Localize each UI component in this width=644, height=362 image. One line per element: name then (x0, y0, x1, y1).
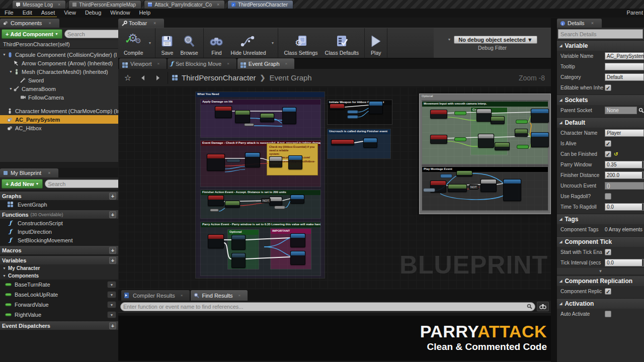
toolbar-button-play[interactable]: Play (367, 28, 385, 58)
toolbar-button-hide-unrelated[interactable]: Hide Unrelated (227, 28, 269, 58)
menu-item-file[interactable]: File (0, 9, 18, 17)
chevron-down-icon[interactable]: ▼ (447, 38, 451, 41)
graph-node[interactable] (495, 142, 510, 150)
tab-components[interactable]: Components × (0, 19, 59, 28)
menu-item-asset[interactable]: Asset (37, 9, 60, 17)
add-new-button[interactable]: + Add New ▼ (2, 179, 43, 189)
graph-node[interactable] (290, 195, 304, 204)
graph-pill-node[interactable] (347, 110, 358, 114)
graph-node[interactable] (245, 152, 260, 167)
details-section-tags[interactable]: ◢Tags (557, 214, 644, 224)
toolbar-button-save[interactable]: Save (157, 28, 177, 58)
property-checkbox[interactable] (605, 193, 611, 200)
debug-object-dropdown[interactable]: No debug object selected ▼ (454, 36, 537, 44)
search-icon[interactable] (638, 108, 644, 113)
graph-pill-node[interactable] (347, 115, 358, 119)
property-dropdown[interactable]: Default (605, 73, 644, 81)
variable-row-rightvalue[interactable]: RightValue▼ (0, 310, 118, 320)
details-section-sockets[interactable]: ◢Sockets (557, 95, 644, 105)
graph-node[interactable] (369, 101, 383, 114)
graph-node[interactable] (208, 234, 224, 248)
graph-node[interactable] (478, 134, 494, 148)
favorite-star-icon[interactable]: ☆ (122, 72, 133, 84)
property-input[interactable]: 0.35 (605, 161, 644, 168)
close-icon[interactable]: × (285, 61, 288, 66)
property-input[interactable]: None (605, 107, 637, 114)
bottom-tab-compiler-results[interactable]: Compiler Results× (121, 290, 190, 301)
graph-node[interactable] (503, 179, 521, 201)
graph-pill-node[interactable] (454, 111, 466, 115)
graph-pill-node[interactable] (244, 123, 254, 126)
property-checkbox[interactable]: ✓ (605, 288, 611, 295)
tree-item-arrow-component-arrow-inheri[interactable]: Arrow Component (Arrow) (Inherited) (0, 59, 118, 67)
close-icon[interactable]: × (48, 21, 51, 26)
graph-node[interactable] (480, 179, 497, 192)
nav-back-icon[interactable] (137, 72, 148, 84)
chevron-down-icon[interactable]: ▼ (147, 41, 153, 45)
close-icon[interactable]: × (217, 2, 219, 7)
graph-node[interactable] (260, 113, 274, 122)
find-references-search[interactable] (120, 302, 535, 311)
graph-node[interactable] (282, 107, 296, 124)
graph-node[interactable] (235, 110, 250, 123)
property-checkbox[interactable]: ✓ (605, 140, 611, 147)
graph-pill-node[interactable] (516, 120, 528, 124)
details-section-component-tick[interactable]: ◢Component Tick (557, 236, 644, 247)
property-input[interactable]: () (605, 182, 644, 190)
titlebar-tab[interactable]: fThirdPersonCharacter (227, 0, 293, 9)
add-button[interactable]: + (109, 322, 116, 329)
titlebar-tab[interactable]: Message Log× (12, 0, 66, 9)
property-input[interactable] (605, 63, 644, 70)
graph-node[interactable] (225, 201, 240, 208)
add-button[interactable]: + (109, 193, 116, 200)
section-header-macros[interactable]: Macros+ (0, 245, 118, 254)
tree-item-ac-hitbox[interactable]: AC_Hitbox (0, 124, 118, 132)
graph-node[interactable] (331, 139, 354, 145)
toolbar-button-compile[interactable]: ⚙⚙✓Compile (120, 28, 147, 58)
doc-tab-event-graph[interactable]: Event Graph× (237, 58, 294, 69)
property-checkbox[interactable]: ✓ (605, 151, 611, 157)
close-icon[interactable]: × (153, 21, 156, 26)
graph-node[interactable] (448, 184, 467, 192)
property-input[interactable]: 0.0 (605, 203, 644, 211)
nav-forward-icon[interactable] (152, 72, 164, 84)
section-header-event-dispatchers[interactable]: Event Dispatchers+ (0, 321, 118, 330)
chevron-down-icon[interactable]: ▼ (107, 281, 116, 288)
section-header-variables[interactable]: Variables+ (0, 255, 118, 264)
doc-tab-viewport[interactable]: Viewport× (119, 58, 167, 69)
menu-item-view[interactable]: View (59, 9, 80, 17)
tab-toolbar[interactable]: Toolbar × (118, 19, 164, 28)
menu-item-debug[interactable]: Debug (80, 9, 106, 17)
expand-arrow-icon[interactable]: ▼ (9, 70, 13, 73)
graph-pill-node[interactable] (423, 188, 435, 192)
bottom-tab-find-results[interactable]: Find Results× (191, 290, 248, 301)
menu-item-help[interactable]: Help (134, 9, 155, 17)
add-button[interactable]: + (109, 247, 116, 254)
close-icon[interactable]: × (227, 61, 229, 66)
graph-node[interactable] (215, 106, 232, 118)
chevron-down-icon[interactable]: ▼ (270, 41, 276, 45)
chevron-down-icon[interactable]: ▼ (107, 311, 116, 318)
property-input[interactable]: AC_ParrySystem (605, 52, 644, 60)
expand-arrow-icon[interactable]: ▼ (9, 87, 13, 90)
find-in-blueprints-button[interactable] (537, 302, 549, 311)
close-icon[interactable]: × (157, 61, 160, 66)
property-checkbox[interactable] (605, 311, 611, 317)
toolbar-button-class-defaults[interactable]: Class Defaults (321, 28, 363, 58)
close-icon[interactable]: × (58, 2, 60, 7)
myblueprint-search-input[interactable] (48, 181, 119, 187)
graph-node[interactable] (330, 104, 345, 110)
graph-node[interactable] (363, 138, 377, 148)
graph-node[interactable] (231, 235, 246, 250)
graph-node[interactable] (290, 251, 305, 265)
graph-pill-node[interactable] (440, 174, 452, 178)
graph-node[interactable] (269, 197, 282, 206)
tree-item-character-movement-charmovec[interactable]: Character Movement (CharMoveComp) (Ir (0, 107, 118, 115)
tree-item-cameraboom[interactable]: ▼CameraBoom (0, 84, 118, 93)
graph-node[interactable] (531, 132, 549, 147)
close-icon[interactable]: × (238, 293, 241, 298)
graph-node[interactable] (430, 135, 447, 144)
variable-row-baselookuprate[interactable]: BaseLookUpRate▼ (0, 290, 118, 300)
graph-node[interactable] (456, 170, 472, 176)
tab-details[interactable]: i Details × (557, 19, 602, 28)
